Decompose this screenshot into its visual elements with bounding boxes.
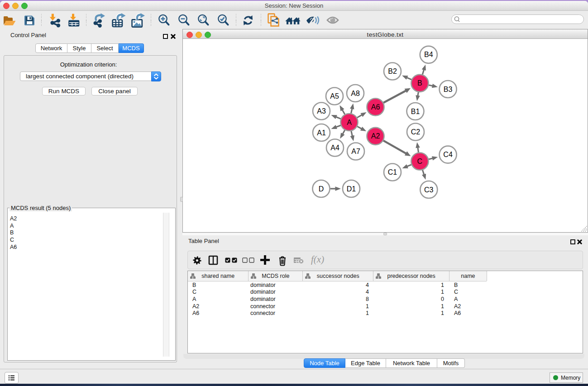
svg-text:A7: A7 — [351, 148, 360, 155]
svg-text:A4: A4 — [330, 144, 339, 152]
svg-text:B: B — [417, 79, 422, 87]
svg-text:A5: A5 — [330, 92, 339, 100]
svg-text:B2: B2 — [388, 67, 397, 75]
svg-text:D: D — [319, 185, 324, 193]
svg-text:D1: D1 — [347, 185, 356, 193]
svg-text:C3: C3 — [424, 186, 434, 194]
svg-text:B4: B4 — [424, 51, 433, 58]
svg-text:C4: C4 — [443, 151, 453, 158]
svg-text:A2: A2 — [371, 132, 380, 140]
svg-text:A8: A8 — [351, 90, 360, 97]
svg-text:A1: A1 — [317, 129, 326, 137]
svg-text:A6: A6 — [371, 103, 380, 111]
svg-text:A: A — [347, 119, 352, 126]
svg-text:C2: C2 — [411, 128, 421, 136]
svg-text:B1: B1 — [411, 108, 420, 115]
svg-text:B3: B3 — [444, 86, 453, 93]
svg-text:A3: A3 — [317, 107, 326, 115]
svg-text:C: C — [417, 157, 423, 165]
svg-text:C1: C1 — [388, 168, 397, 176]
